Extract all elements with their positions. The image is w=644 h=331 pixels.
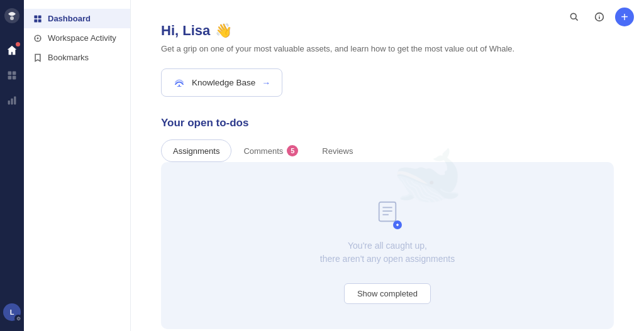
greeting-section: Hi, Lisa 👋	[161, 23, 614, 39]
svg-rect-6	[8, 100, 10, 104]
sidebar-item-bookmarks[interactable]: Bookmarks	[24, 48, 130, 67]
tab-comments[interactable]: Comments 5	[231, 139, 310, 162]
greeting-subtitle: Get a grip on one of your most valuable …	[161, 44, 614, 53]
tab-assignments[interactable]: Assignments	[161, 139, 231, 162]
knowledge-base-button[interactable]: Knowledge Base →	[161, 68, 282, 97]
sidebar-chart-icon[interactable]	[1, 90, 23, 111]
avatar-initials: L	[10, 308, 14, 316]
svg-point-18	[599, 15, 599, 16]
activity-icon	[33, 34, 43, 43]
kb-label: Knowledge Base	[192, 78, 255, 87]
add-button[interactable]: +	[615, 8, 634, 26]
svg-point-1	[10, 16, 14, 20]
tabs-container: Assignments Comments 5 Reviews	[161, 139, 614, 162]
topbar: +	[565, 8, 634, 26]
svg-rect-12	[38, 19, 42, 22]
kb-icon	[173, 75, 186, 90]
settings-gear-icon: ⚙	[14, 315, 22, 322]
search-button[interactable]	[565, 8, 584, 26]
left-nav: Dashboard Workspace Activity Bookmarks	[24, 0, 131, 331]
notification-dot	[16, 42, 20, 46]
svg-rect-9	[34, 15, 37, 18]
svg-rect-8	[14, 97, 16, 105]
tab-reviews[interactable]: Reviews	[310, 139, 365, 162]
user-avatar[interactable]: L ⚙	[3, 303, 21, 321]
greeting-emoji: 👋	[215, 23, 232, 39]
sidebar-home-icon[interactable]	[1, 40, 23, 61]
empty-line2: there aren't any open assignments	[320, 254, 455, 264]
show-completed-button[interactable]: Show completed	[344, 283, 431, 304]
tab-comments-label: Comments	[243, 146, 283, 156]
sidebar-item-label: Workspace Activity	[48, 33, 116, 43]
svg-rect-5	[13, 76, 16, 80]
main-content: + 🐋 Hi, Lisa 👋 Get a grip on one of your…	[131, 0, 644, 331]
logo	[4, 8, 20, 26]
empty-text: You're all caught up, there aren't any o…	[320, 239, 455, 266]
section-title: Your open to-dos	[161, 117, 614, 129]
svg-rect-11	[34, 19, 37, 22]
sidebar-grid-icon[interactable]	[1, 65, 23, 86]
info-button[interactable]	[590, 8, 609, 26]
empty-icon-wrapper	[375, 200, 399, 229]
content-wrapper: 🐋 Hi, Lisa 👋 Get a grip on one of your m…	[161, 23, 614, 329]
empty-line1: You're all caught up,	[348, 241, 427, 251]
sidebar-item-label: Dashboard	[48, 14, 91, 23]
comments-badge: 5	[287, 145, 298, 156]
svg-point-15	[570, 13, 576, 19]
add-icon: +	[621, 11, 628, 23]
sidebar-item-dashboard[interactable]: Dashboard	[24, 9, 130, 28]
empty-icon-dot	[393, 220, 402, 229]
bookmark-icon	[33, 53, 43, 62]
svg-point-14	[37, 37, 39, 39]
svg-rect-10	[38, 15, 42, 18]
svg-rect-4	[8, 76, 12, 80]
svg-rect-3	[13, 72, 16, 75]
sidebar-item-workspace-activity[interactable]: Workspace Activity	[24, 28, 130, 48]
svg-rect-2	[8, 72, 12, 75]
sidebar: L ⚙	[0, 0, 24, 331]
empty-state: You're all caught up, there aren't any o…	[161, 162, 614, 329]
kb-arrow-icon: →	[262, 78, 270, 88]
svg-rect-7	[11, 99, 13, 105]
tab-assignments-label: Assignments	[173, 146, 219, 156]
greeting-text: Hi, Lisa	[161, 23, 210, 39]
dashboard-icon	[33, 14, 43, 23]
tab-reviews-label: Reviews	[322, 146, 353, 156]
sidebar-item-label: Bookmarks	[48, 53, 89, 62]
